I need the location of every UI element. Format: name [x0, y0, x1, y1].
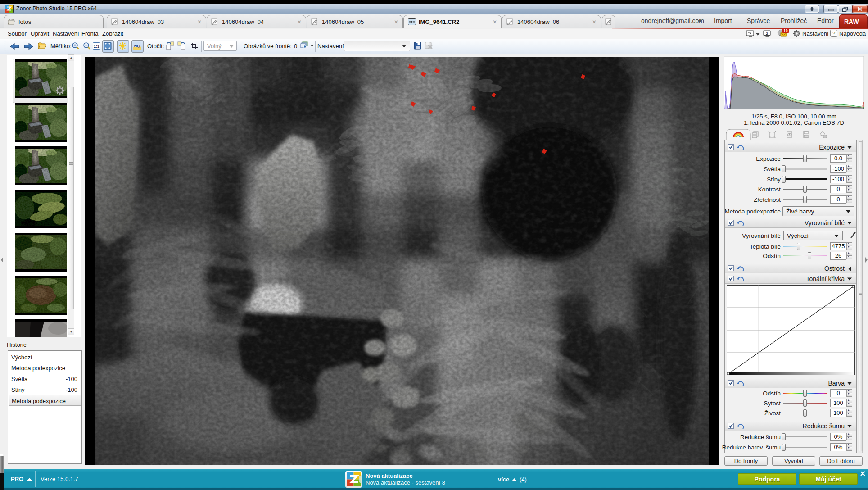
svg-text:10: 10 — [783, 28, 788, 33]
svg-text:HQ: HQ — [134, 44, 140, 48]
svg-text:?: ? — [832, 31, 835, 36]
svg-text:2: 2 — [766, 32, 768, 36]
svg-text:1:1: 1:1 — [94, 44, 99, 49]
